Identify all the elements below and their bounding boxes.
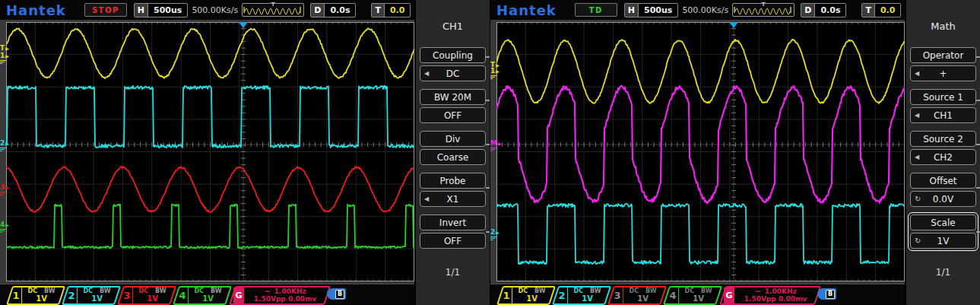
- menu-group-probe[interactable]: Probe ◀X1: [417, 170, 488, 209]
- top-bar: Hantek TD H 500us 500.00Ks/s T D 0.0s T …: [490, 0, 905, 20]
- oscilloscope-left: Hantek STOP H 500us 500.00Ks/s T D 0.0s …: [0, 0, 490, 305]
- display-screen: T▶1▶2▶3▶4▶: [0, 20, 414, 284]
- softkey-tick: [486, 187, 490, 189]
- timebase-key: H: [625, 4, 639, 17]
- menu-value-button[interactable]: Coarse: [420, 149, 486, 165]
- menu-value-button[interactable]: OFF: [420, 233, 486, 249]
- sample-rate: 500.00Ks/s: [192, 5, 238, 15]
- menu-value-button[interactable]: ◀+: [910, 65, 976, 81]
- menu-group-invert[interactable]: Invert OFF: [417, 212, 488, 251]
- menu-page-indicator: 1/1: [416, 267, 490, 278]
- generator-label: G: [724, 288, 734, 303]
- channel-badge-3[interactable]: 3 DCBW 1V: [607, 286, 667, 305]
- generator-label: G: [233, 288, 244, 303]
- preview-trigger-marker: T: [762, 2, 766, 8]
- coupling-label: DC: [519, 288, 528, 295]
- channel-badge-1[interactable]: 1 DCBW 1V: [496, 286, 556, 305]
- channel-badge-3[interactable]: 3 DCBW 1V: [117, 286, 176, 305]
- waveform-display: [6, 22, 414, 281]
- delay-key: D: [311, 4, 325, 17]
- coupling-label: DC: [139, 288, 149, 295]
- bandwidth-label: BW: [645, 288, 656, 295]
- menu-group-source-1[interactable]: Source 1 ◀CH1: [908, 87, 978, 125]
- menu-groups: Coupling ◀DC BW 20M OFF Div Coarse Probe…: [417, 45, 488, 254]
- generator-frequency: 1.00KHz: [274, 288, 306, 296]
- channel-number: 2: [557, 288, 568, 303]
- run-state-indicator: TD: [575, 3, 617, 17]
- menu-value-button[interactable]: ◀DC: [420, 65, 486, 81]
- channel-badge-2[interactable]: 2 DCBW 1V: [552, 286, 611, 305]
- channel-number: 3: [122, 288, 133, 303]
- bandwidth-label: BW: [155, 288, 166, 295]
- channel-badge-2[interactable]: 2 DCBW 1V: [62, 286, 121, 305]
- timebase-readout: H 500us: [134, 3, 189, 17]
- generator-badge[interactable]: G ~1.00KHz 1.50Vpp 0.00mv: [719, 286, 821, 305]
- timebase-key: H: [135, 4, 148, 17]
- delay-readout: D 0.0s: [801, 3, 846, 17]
- usb-device-label: B: [826, 290, 835, 299]
- menu-value-button[interactable]: OFF: [420, 107, 486, 123]
- generator-frequency: 1.00KHz: [765, 288, 797, 296]
- coupling-label: DC: [685, 288, 695, 295]
- channel-badge-1[interactable]: 1 DCBW 1V: [6, 286, 65, 305]
- usb-device-icon: B: [817, 288, 836, 300]
- menu-group-operator[interactable]: Operator ◀+: [908, 45, 978, 84]
- menu-value-button[interactable]: ◀CH1: [910, 107, 976, 123]
- channel-number: 4: [177, 288, 189, 303]
- waveform-preview-bar[interactable]: T: [732, 3, 794, 17]
- menu-value-button[interactable]: ◀CH2: [910, 149, 976, 165]
- left-triangle-icon: ◀: [915, 112, 919, 119]
- channel-badge-4[interactable]: 4 DCBW 1V: [173, 286, 232, 305]
- generator-level: 1.50Vpp 0.00mv: [744, 296, 807, 303]
- usb-device-icon: B: [327, 288, 346, 300]
- menu-label: Operator: [910, 47, 976, 63]
- generator-level: 1.50Vpp 0.00mv: [254, 296, 317, 303]
- waveform-preview-bar[interactable]: T: [242, 3, 304, 17]
- softkey-tick: [976, 56, 980, 58]
- volts-div-label: 1V: [582, 294, 593, 303]
- volts-div-label: 1V: [637, 294, 649, 303]
- menu-page-indicator: 1/1: [906, 267, 980, 278]
- trigger-level-value: 0.0: [385, 5, 411, 15]
- channel-badge-4[interactable]: 4 DCBW 1V: [663, 286, 722, 305]
- trigger-level-readout: T 0.0: [861, 3, 901, 17]
- timebase-readout: H 500us: [624, 3, 679, 17]
- softkey-tick: [976, 144, 980, 145]
- trigger-key: T: [372, 4, 385, 17]
- softkey-tick: [486, 144, 490, 145]
- menu-value: DC: [446, 68, 460, 79]
- menu-value-button[interactable]: ↻0.0V: [910, 191, 976, 207]
- hantek-logo: Hantek: [496, 2, 557, 18]
- menu-label: Source 1: [910, 89, 976, 105]
- graticule: [496, 22, 905, 281]
- graticule: [6, 22, 414, 281]
- menu-group-offset[interactable]: Offset ↻0.0V: [908, 170, 978, 209]
- menu-value-button[interactable]: ◀X1: [420, 191, 486, 207]
- softkey-tick: [976, 187, 980, 189]
- knob-icon: ↻: [915, 195, 921, 203]
- menu-groups: Operator ◀+ Source 1 ◀CH1 Source 2 ◀CH2 …: [908, 45, 978, 254]
- channel-number: 3: [612, 288, 623, 303]
- softkey-tick: [486, 56, 490, 58]
- menu-group-coupling[interactable]: Coupling ◀DC: [417, 45, 488, 84]
- menu-group-source-2[interactable]: Source 2 ◀CH2: [908, 129, 978, 167]
- bandwidth-label: BW: [590, 288, 601, 295]
- left-triangle-icon: ◀: [915, 70, 919, 77]
- hantek-logo: Hantek: [6, 2, 66, 18]
- menu-group-scale[interactable]: Scale ↻1V: [908, 212, 978, 251]
- menu-title: CH1: [416, 21, 490, 32]
- timebase-value: 500us: [639, 5, 677, 15]
- menu-value: 0.0V: [933, 194, 953, 205]
- menu-group-div[interactable]: Div Coarse: [417, 129, 488, 167]
- generator-badge[interactable]: G ~1.00KHz 1.50Vpp 0.00mv: [229, 286, 331, 305]
- menu-group-bw20m[interactable]: BW 20M OFF: [417, 87, 488, 125]
- top-bar: Hantek STOP H 500us 500.00Ks/s T D 0.0s …: [0, 0, 414, 20]
- menu-label: Invert: [420, 214, 486, 230]
- menu-value: +: [939, 68, 947, 79]
- oscilloscope-right: Hantek TD H 500us 500.00Ks/s T D 0.0s T …: [490, 0, 980, 305]
- preview-trigger-marker: T: [271, 2, 275, 8]
- coupling-label: DC: [84, 288, 94, 295]
- menu-value: CH2: [934, 152, 953, 163]
- left-triangle-icon: ◀: [424, 195, 429, 202]
- menu-value-button[interactable]: ↻1V: [910, 233, 976, 249]
